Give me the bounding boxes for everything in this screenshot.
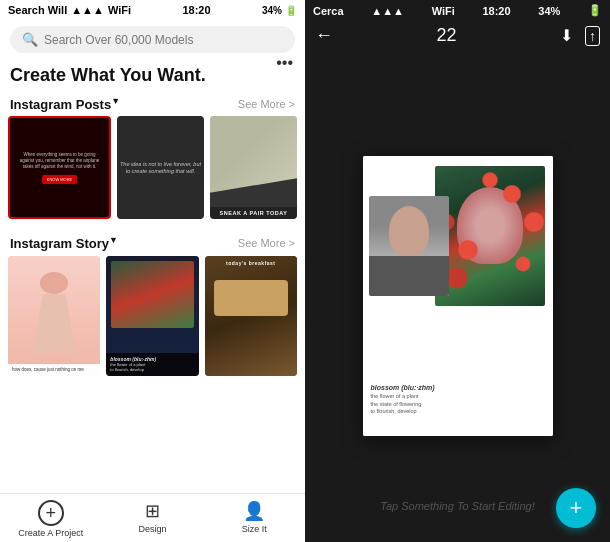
- carrier-name: Cerca: [313, 5, 344, 17]
- page-title: Create What You Want.: [0, 59, 305, 88]
- battery-percent-right: 34%: [538, 5, 560, 17]
- more-options-button[interactable]: •••: [276, 54, 293, 72]
- shoe-label-area: SNEAK A PAIR TODAY: [210, 207, 297, 219]
- post-template-dark-gray[interactable]: The idea is not to live forever, but to …: [117, 116, 204, 219]
- signal-icon: ▲▲▲: [71, 4, 104, 16]
- instagram-story-row: how does, cause just nothing on me bloss…: [6, 256, 299, 384]
- right-toolbar: ← 22 ⬇ ↑: [305, 21, 610, 50]
- story-template-pink[interactable]: how does, cause just nothing on me: [8, 256, 100, 376]
- search-bar[interactable]: 🔍: [10, 26, 295, 53]
- flower-story-footer: blossom (blu:·zhm) the flower of a plant…: [106, 353, 198, 376]
- fab-add-button[interactable]: +: [556, 488, 596, 528]
- template-count: 22: [436, 25, 456, 46]
- preview-collage: blossom (blu:·zhm) the flower of a plant…: [363, 156, 553, 436]
- status-left-info: Search Will ▲▲▲ WiFi: [8, 4, 131, 16]
- preview-photo-small: [369, 196, 449, 296]
- flower-girl-image: [435, 166, 545, 306]
- create-icon: +: [38, 500, 64, 526]
- content-area: Instagram Posts▼ See More > When everyth…: [0, 88, 305, 493]
- search-input[interactable]: [44, 33, 283, 47]
- nav-design-label: Design: [139, 524, 167, 534]
- download-button[interactable]: ⬇: [560, 26, 573, 46]
- canvas-preview[interactable]: blossom (blu:·zhm) the flower of a plant…: [363, 156, 553, 436]
- instagram-story-title: Instagram Story▼: [10, 235, 118, 251]
- flower-story-content: [106, 256, 198, 353]
- story-template-flower[interactable]: blossom (blu:·zhm) the flower of a plant…: [106, 256, 198, 376]
- design-icon: ⊞: [145, 500, 160, 522]
- dark-red-card-text: When everything seems to be going agains…: [16, 152, 103, 170]
- nav-size-label: Size It: [242, 524, 267, 534]
- instagram-story-section-header: Instagram Story▼ See More >: [6, 227, 299, 255]
- nav-create-label: Create A Project: [18, 528, 83, 538]
- toolbar-actions: ⬇ ↑: [560, 26, 600, 46]
- dark-red-card-button: KNOW MORE: [42, 175, 78, 184]
- food-header-text: today's breakfast: [205, 260, 297, 266]
- status-time-left: 18:20: [182, 4, 210, 16]
- story-template-food[interactable]: today's breakfast: [205, 256, 297, 376]
- posts-see-more[interactable]: See More >: [238, 98, 295, 110]
- story-icon: ▼: [109, 235, 118, 245]
- preview-desc: the flower of a plantthe state of flower…: [371, 393, 545, 416]
- preview-photo-main: [435, 166, 545, 306]
- fab-plus-icon: +: [570, 495, 583, 521]
- left-panel: Search Will ▲▲▲ WiFi 18:20 34% 🔋 🔍 ••• C…: [0, 0, 305, 542]
- right-panel: Cerca ▲▲▲ WiFi 18:20 34% 🔋 ← 22 ⬇ ↑: [305, 0, 610, 542]
- app-name: Search Will: [8, 4, 67, 16]
- status-bar-left: Search Will ▲▲▲ WiFi 18:20 34% 🔋: [0, 0, 305, 20]
- preview-text-block: blossom (blu:·zhm) the flower of a plant…: [371, 384, 545, 416]
- share-button[interactable]: ↑: [585, 26, 600, 46]
- story-see-more[interactable]: See More >: [238, 237, 295, 249]
- battery-percent-left: 34%: [262, 5, 282, 16]
- food-story-content: today's breakfast: [205, 256, 297, 376]
- instagram-posts-section-header: Instagram Posts▼ See More >: [6, 88, 299, 116]
- flower-bg-image: [106, 256, 198, 353]
- nav-design[interactable]: ⊞ Design: [102, 500, 204, 538]
- status-bar-right: Cerca ▲▲▲ WiFi 18:20 34% 🔋: [305, 0, 610, 21]
- search-icon: 🔍: [22, 32, 38, 47]
- wifi-icon: WiFi: [108, 4, 131, 16]
- battery-icon-right: 🔋: [588, 4, 602, 17]
- status-time-right: 18:20: [482, 5, 510, 17]
- flower-story-desc: the flower of a plantto flourish, develo…: [110, 362, 194, 372]
- battery-icon-left: 🔋: [285, 5, 297, 16]
- pink-figure: [8, 256, 100, 364]
- nav-size[interactable]: 👤 Size It: [203, 500, 305, 538]
- flower-overlay: [435, 166, 545, 306]
- food-bg-image: today's breakfast: [205, 256, 297, 376]
- dark-gray-card-text: The idea is not to live forever, but to …: [117, 161, 204, 175]
- canvas-area[interactable]: blossom (blu:·zhm) the flower of a plant…: [305, 50, 610, 542]
- signal-icon-right: ▲▲▲: [371, 5, 404, 17]
- status-right-info: 34% 🔋: [262, 5, 297, 16]
- small-photo-image: [369, 196, 449, 296]
- instagram-posts-row: When everything seems to be going agains…: [6, 116, 299, 227]
- posts-icon: ▼: [111, 96, 120, 106]
- post-template-dark-red[interactable]: When everything seems to be going agains…: [8, 116, 111, 219]
- shoe-image-area: [210, 116, 297, 207]
- bottom-nav: + Create A Project ⊞ Design 👤 Size It: [0, 493, 305, 542]
- shoe-label-text: SNEAK A PAIR TODAY: [213, 210, 294, 216]
- instagram-posts-title: Instagram Posts▼: [10, 96, 120, 112]
- post-template-shoe[interactable]: SNEAK A PAIR TODAY: [210, 116, 297, 219]
- preview-title: blossom (blu:·zhm): [371, 384, 545, 391]
- back-button[interactable]: ←: [315, 25, 333, 46]
- wifi-icon-right: WiFi: [432, 5, 455, 17]
- pink-story-content: [8, 256, 100, 364]
- size-icon: 👤: [243, 500, 265, 522]
- nav-create[interactable]: + Create A Project: [0, 500, 102, 538]
- shoe-placeholder: [210, 116, 297, 207]
- pink-story-text: how does, cause just nothing on me: [12, 367, 96, 373]
- search-row: 🔍 •••: [0, 20, 305, 59]
- pink-story-footer: how does, cause just nothing on me: [8, 364, 100, 376]
